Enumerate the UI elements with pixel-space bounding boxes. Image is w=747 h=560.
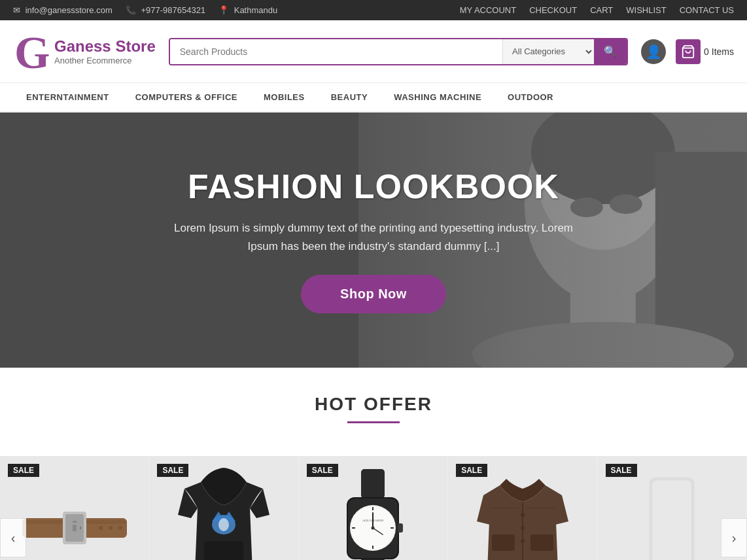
top-bar: ✉ info@ganessstore.com 📞 +977-987654321 … — [0, 0, 747, 20]
svg-point-26 — [218, 518, 229, 531]
product-card-jacket[interactable]: SALE — [448, 456, 597, 560]
svg-point-21 — [118, 526, 122, 530]
email-text: info@ganessstore.com — [26, 5, 113, 15]
header: G Ganess Store Another Ecommerce All Cat… — [0, 20, 747, 83]
sale-badge: SALE — [157, 464, 188, 477]
product-card-watch[interactable]: SALE — [299, 456, 448, 560]
svg-rect-18 — [80, 527, 81, 529]
svg-point-46 — [521, 539, 525, 543]
logo-icon: G — [13, 30, 49, 73]
main-nav: ENTERNTAINMENT COMPUTERS & OFFICE MOBILE… — [0, 83, 747, 113]
svg-point-45 — [521, 526, 525, 530]
brand-tagline: Another Ecommerce — [54, 56, 156, 65]
sale-badge: SALE — [606, 464, 637, 477]
phone-text: +977-987654321 — [141, 5, 205, 15]
nav-computers-office[interactable]: COMPUTERS & OFFICE — [122, 83, 251, 111]
sale-badge: SALE — [307, 464, 338, 477]
svg-point-41 — [372, 527, 375, 530]
nav-mobiles[interactable]: MOBILES — [251, 83, 318, 111]
search-button[interactable]: 🔍 — [594, 39, 627, 64]
my-account-link[interactable]: MY ACCOUNT — [460, 5, 516, 15]
cart-icon-wrap[interactable]: 0 Items — [676, 39, 734, 64]
logo-area: G Ganess Store Another Ecommerce — [13, 30, 156, 73]
svg-rect-42 — [398, 523, 403, 533]
cart-link[interactable]: CART — [590, 5, 613, 15]
top-bar-contact: ✉ info@ganessstore.com 📞 +977-987654321 … — [13, 5, 277, 15]
svg-rect-48 — [530, 534, 553, 551]
carousel-prev-button[interactable]: ‹ — [0, 518, 26, 557]
location-icon: 📍 — [218, 5, 229, 15]
nav-entertainment[interactable]: ENTERNTAINMENT — [13, 83, 122, 111]
svg-rect-22 — [204, 541, 243, 560]
hero-description: Lorem Ipsum is simply dummy text of the … — [158, 219, 589, 254]
hot-offer-underline — [347, 421, 400, 423]
hot-offer-title: HOT OFFER — [13, 394, 734, 415]
shop-now-button[interactable]: Shop Now — [301, 275, 446, 313]
category-select[interactable]: All Categories Entertainment Computers &… — [502, 39, 594, 64]
svg-point-44 — [521, 513, 525, 517]
email-icon: ✉ — [13, 5, 20, 15]
cart-count: 0 Items — [704, 46, 734, 57]
phone-icon: 📞 — [126, 5, 136, 15]
nav-outdoor[interactable]: OUTDOOR — [495, 83, 566, 111]
svg-point-20 — [109, 526, 113, 530]
hot-offer-section: HOT OFFER — [0, 368, 747, 456]
products-section: ‹ SALE — [0, 456, 747, 560]
sale-badge: SALE — [8, 464, 39, 477]
products-wrapper: SALE SALE — [0, 456, 747, 560]
svg-rect-16 — [73, 525, 77, 531]
location-info: 📍 Kathmandu — [218, 5, 277, 15]
hero-banner: FASHION LOOKBOOK Lorem Ipsum is simply d… — [0, 113, 747, 368]
checkout-link[interactable]: CHECKOUT — [529, 5, 577, 15]
cart-icon[interactable] — [676, 39, 701, 64]
wishlist-link[interactable]: WISHLIST — [626, 5, 666, 15]
header-actions: 👤 0 Items — [641, 39, 734, 64]
svg-rect-52 — [652, 480, 691, 560]
hero-title: FASHION LOOKBOOK — [158, 167, 589, 206]
top-bar-nav: MY ACCOUNT CHECKOUT CART WISHLIST CONTAC… — [460, 5, 734, 15]
hero-content: FASHION LOOKBOOK Lorem Ipsum is simply d… — [145, 154, 602, 326]
brand-name: Ganess Store — [54, 37, 156, 56]
sale-badge: SALE — [456, 464, 487, 477]
search-input[interactable] — [170, 39, 502, 64]
logo-text: Ganess Store Another Ecommerce — [54, 37, 156, 65]
svg-point-19 — [99, 526, 103, 530]
svg-text:G: G — [14, 30, 49, 73]
nav-beauty[interactable]: BEAUTY — [318, 83, 381, 111]
svg-rect-27 — [361, 469, 385, 499]
nav-washing-machine[interactable]: WASHING MACHINE — [381, 83, 495, 111]
carousel-next-button[interactable]: › — [721, 518, 747, 557]
email-info: ✉ info@ganessstore.com — [13, 5, 113, 15]
product-card-hoodie[interactable]: SALE — [149, 456, 298, 560]
phone-info: 📞 +977-987654321 — [126, 5, 205, 15]
svg-rect-47 — [492, 534, 515, 551]
user-account-icon[interactable]: 👤 — [641, 39, 666, 64]
contact-us-link[interactable]: CONTACT US — [680, 5, 734, 15]
location-text: Kathmandu — [234, 5, 278, 15]
search-bar: All Categories Entertainment Computers &… — [169, 38, 628, 65]
